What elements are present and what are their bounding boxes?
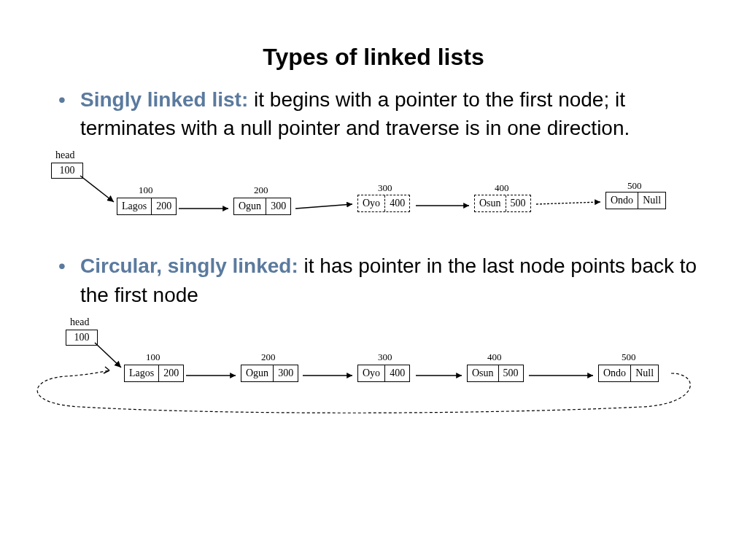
arrow-icon	[295, 206, 361, 214]
svg-line-4	[536, 202, 600, 204]
node-data: Ogun	[234, 198, 266, 214]
svg-line-2	[295, 204, 352, 209]
head-box: 100	[51, 163, 83, 179]
head-box: 100	[66, 330, 98, 346]
arrow-icon	[179, 206, 237, 214]
node-next: 200	[151, 198, 176, 214]
node-addr: 300	[378, 182, 392, 194]
node: Ondo Null	[605, 192, 666, 209]
arrow-icon	[80, 176, 124, 212]
bullet-circular: Circular, singly linked: it has pointer …	[58, 252, 718, 308]
arrow-icon	[536, 202, 609, 209]
arrow-icon	[416, 203, 478, 211]
node: Ogun 300	[233, 198, 291, 215]
diagram-circular: head 100 100 Lagos 200 200 Ogun 300 300 …	[51, 316, 718, 433]
bullet-circular-label: Circular, singly linked:	[80, 254, 304, 277]
node: Oyo 400	[357, 195, 410, 212]
node-addr: 200	[254, 184, 268, 196]
bullet-singly-label: Singly linked list:	[80, 88, 254, 111]
node-addr: 500	[627, 180, 642, 192]
node: Osun 500	[474, 195, 531, 212]
node-data: Oyo	[358, 195, 384, 211]
node-next: Null	[638, 192, 665, 209]
head-label: head	[55, 149, 74, 161]
loop-arrow-icon	[36, 360, 708, 426]
node-addr: 100	[139, 184, 153, 196]
head-label: head	[70, 316, 89, 328]
node-next: 500	[506, 195, 530, 211]
diagram-singly: head 100 100 Lagos 200 200 Ogun 300 300 …	[51, 149, 718, 244]
node-next: 300	[266, 198, 290, 214]
node-data: Osun	[475, 195, 506, 211]
svg-line-0	[80, 176, 114, 202]
slide-title: Types of linked lists	[29, 44, 718, 71]
bullet-singly: Singly linked list: it begins with a poi…	[58, 85, 718, 142]
node-next: 400	[384, 195, 409, 211]
node-addr: 400	[495, 182, 509, 194]
node: Lagos 200	[117, 198, 177, 215]
node-data: Ondo	[606, 192, 638, 209]
